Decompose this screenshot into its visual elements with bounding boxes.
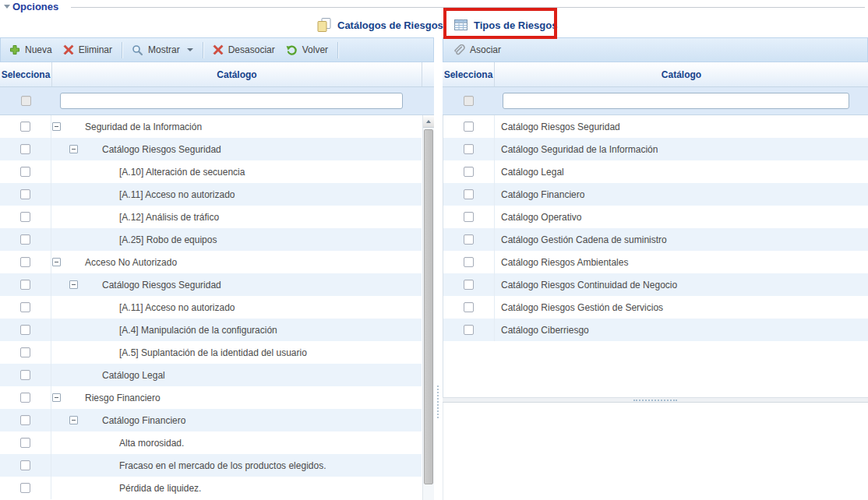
table-row[interactable]: Pérdida de liquidez. xyxy=(0,477,422,499)
tab-tipos-de-riesgos[interactable]: Tipos de Riesgos xyxy=(453,15,557,35)
row-checkbox[interactable] xyxy=(20,370,30,380)
table-row[interactable]: Catálogo Riesgos Seguridad xyxy=(0,273,422,296)
plus-icon xyxy=(9,44,20,55)
row-checkbox[interactable] xyxy=(20,189,30,199)
catalog-cell: Alta morosidad. xyxy=(51,431,422,454)
row-checkbox[interactable] xyxy=(464,189,474,199)
table-row[interactable]: [A.25] Robo de equipos xyxy=(0,228,422,251)
select-all-checkbox[interactable] xyxy=(21,96,31,106)
checkbox-cell xyxy=(0,206,51,228)
table-row[interactable]: Catálogo Riesgos Ambientales xyxy=(443,251,868,273)
collapse-toggle-icon[interactable] xyxy=(52,393,61,402)
row-checkbox[interactable] xyxy=(20,302,30,312)
row-checkbox[interactable] xyxy=(20,280,30,290)
table-row[interactable]: Catálogo Riesgos Continuidad de Negocio xyxy=(443,273,868,296)
table-row[interactable]: Catálogo Financiero xyxy=(443,183,868,206)
vertical-scrollbar[interactable] xyxy=(422,115,434,500)
table-row[interactable]: Catálogo Riesgos Seguridad xyxy=(443,115,868,138)
scrollbar-thumb[interactable] xyxy=(424,129,433,484)
row-checkbox[interactable] xyxy=(20,438,30,448)
row-checkbox[interactable] xyxy=(20,460,30,470)
checkbox-cell xyxy=(443,115,495,138)
select-all-checkbox[interactable] xyxy=(464,96,474,106)
row-checkbox[interactable] xyxy=(20,257,30,267)
table-row[interactable]: [A.5] Suplantación de la identidad del u… xyxy=(0,341,422,364)
row-checkbox[interactable] xyxy=(20,167,30,177)
row-checkbox[interactable] xyxy=(20,415,30,425)
column-header-catalogo[interactable]: Catálogo xyxy=(52,62,422,86)
panel-splitter-horizontal[interactable] xyxy=(443,397,868,403)
column-header-catalogo[interactable]: Catálogo xyxy=(495,62,868,86)
asociar-button[interactable]: Asociar xyxy=(446,42,506,58)
row-checkbox[interactable] xyxy=(464,325,474,335)
table-row[interactable]: Catálogo Riesgos Seguridad xyxy=(0,138,422,160)
row-checkbox[interactable] xyxy=(464,257,474,267)
row-label: Catálogo Ciberriesgo xyxy=(501,325,589,336)
nueva-button[interactable]: Nueva xyxy=(4,42,58,58)
table-row[interactable]: [A.10] Alteración de secuencia xyxy=(0,160,422,183)
table-row[interactable]: Catálogo Financiero xyxy=(0,409,422,431)
risk-catalog-window: Opciones Catálogos de Riesgos Tipos de R… xyxy=(0,0,868,500)
collapse-toggle-icon[interactable] xyxy=(69,145,78,153)
row-checkbox[interactable] xyxy=(20,325,30,335)
table-row[interactable]: Seguridad de la Información xyxy=(0,115,422,138)
panel-splitter-vertical[interactable] xyxy=(434,37,443,500)
row-label: Pérdida de liquidez. xyxy=(119,483,201,494)
collapse-toggle-icon[interactable] xyxy=(69,416,78,424)
table-row[interactable]: Alta morosidad. xyxy=(0,431,422,454)
tab-label: Catálogos de Riesgos xyxy=(337,19,443,31)
catalog-cell: Catálogo Legal xyxy=(495,160,868,183)
row-checkbox[interactable] xyxy=(464,212,474,222)
volver-button[interactable]: Volver xyxy=(281,42,333,58)
row-checkbox[interactable] xyxy=(464,234,474,245)
mostrar-button[interactable]: Mostrar xyxy=(126,42,199,58)
table-row[interactable]: Catálogo Riesgos Gestión de Servicios xyxy=(443,296,868,319)
row-checkbox[interactable] xyxy=(20,144,30,154)
checkbox-cell xyxy=(0,251,51,273)
tipos-toolbar: Asociar xyxy=(443,37,868,62)
table-row[interactable]: Catálogo Legal xyxy=(0,364,422,386)
row-checkbox[interactable] xyxy=(464,302,474,312)
row-checkbox[interactable] xyxy=(20,212,30,222)
table-row[interactable]: [A.4] Manipulación de la configuración xyxy=(0,319,422,341)
table-row[interactable]: [A.11] Acceso no autorizado xyxy=(0,183,422,206)
catalog-cell: Riesgo Financiero xyxy=(51,386,422,409)
table-row[interactable]: [A.11] Acceso no autorizado xyxy=(0,296,422,319)
row-checkbox[interactable] xyxy=(20,121,30,132)
tab-catalogos-de-riesgos[interactable]: Catálogos de Riesgos xyxy=(316,15,443,35)
table-row[interactable]: Catálogo Operativo xyxy=(443,206,868,228)
table-row[interactable]: Riesgo Financiero xyxy=(0,386,422,409)
table-icon xyxy=(453,18,468,32)
table-row[interactable]: Catálogo Ciberriesgo xyxy=(443,319,868,341)
column-header-selecciona[interactable]: Selecciona xyxy=(443,62,495,86)
row-checkbox[interactable] xyxy=(20,234,30,245)
checkbox-cell xyxy=(443,273,495,296)
collapse-toggle-icon[interactable] xyxy=(69,280,78,289)
row-checkbox[interactable] xyxy=(464,280,474,290)
collapse-toggle-icon[interactable] xyxy=(52,258,61,266)
copy-icon xyxy=(316,17,332,33)
row-checkbox[interactable] xyxy=(20,483,30,493)
table-row[interactable]: Catálogo Gestión Cadena de suministro xyxy=(443,228,868,251)
checkbox-cell xyxy=(443,138,495,160)
table-row[interactable]: [A.12] Análisis de tráfico xyxy=(0,206,422,228)
row-checkbox[interactable] xyxy=(464,144,474,154)
row-label: Seguridad de la Información xyxy=(85,121,202,132)
table-row[interactable]: Catálogo Legal xyxy=(443,160,868,183)
column-header-selecciona[interactable]: Selecciona xyxy=(0,62,52,86)
catalogo-filter-input[interactable] xyxy=(503,93,849,109)
scroll-up-button[interactable] xyxy=(423,115,434,128)
eliminar-button[interactable]: Eliminar xyxy=(58,42,118,58)
row-checkbox[interactable] xyxy=(20,393,30,403)
row-checkbox[interactable] xyxy=(20,347,30,357)
row-checkbox[interactable] xyxy=(464,121,474,132)
table-row[interactable]: Fracaso en el mercado de los productos e… xyxy=(0,454,422,477)
collapse-arrow-icon[interactable] xyxy=(4,5,10,9)
desasociar-button[interactable]: Desasociar xyxy=(207,42,281,58)
arrow-up-icon xyxy=(426,120,431,123)
table-row[interactable]: Catálogo Seguridad de la Información xyxy=(443,138,868,160)
table-row[interactable]: Acceso No Autorizado xyxy=(0,251,422,273)
row-checkbox[interactable] xyxy=(464,167,474,177)
catalogo-filter-input[interactable] xyxy=(60,93,403,109)
collapse-toggle-icon[interactable] xyxy=(52,122,61,131)
